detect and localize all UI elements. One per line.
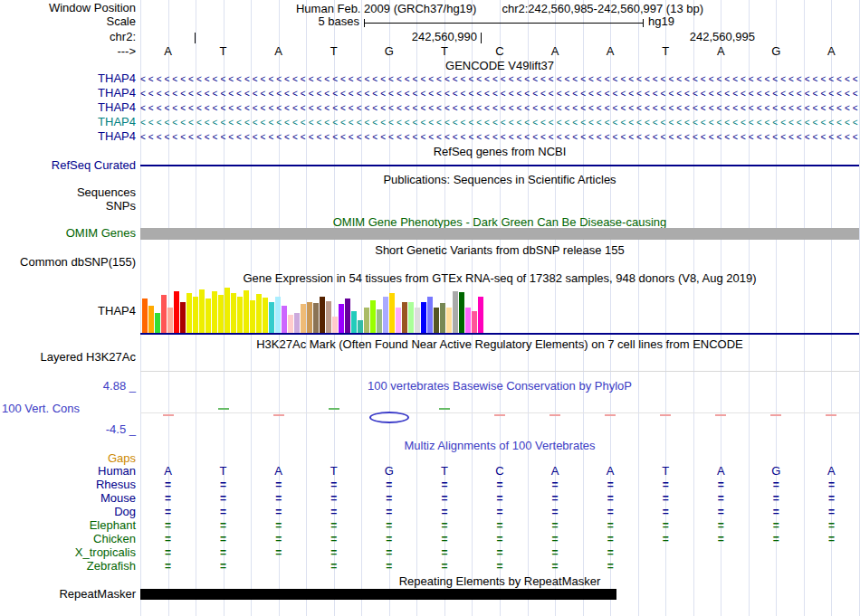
scale-bar bbox=[364, 23, 643, 24]
alignment-mark: = bbox=[804, 519, 859, 533]
track-label-zebrafish[interactable]: Zebrafish bbox=[0, 560, 136, 573]
gene-arrow-row[interactable]: <<<<<<<<<<<<<<<<<<<<<<<<<<<<<<<<<<<<<<<<… bbox=[140, 116, 859, 130]
gtex-expression-bar[interactable] bbox=[225, 288, 230, 333]
gtex-expression-bar[interactable] bbox=[269, 302, 274, 333]
gtex-expression-bar[interactable] bbox=[193, 297, 198, 333]
track-label-refseq-curated[interactable]: RefSeq Curated bbox=[0, 159, 136, 172]
gtex-expression-bar[interactable] bbox=[282, 306, 287, 333]
gtex-expression-bar[interactable] bbox=[244, 290, 249, 333]
gtex-expression-bar[interactable] bbox=[465, 308, 471, 333]
track-label-chicken[interactable]: Chicken bbox=[0, 533, 136, 545]
gtex-expression-bar[interactable] bbox=[218, 295, 224, 333]
track-label-layered-h3k27ac[interactable]: Layered H3K27Ac bbox=[0, 351, 136, 364]
track-label-dog[interactable]: Dog bbox=[0, 506, 136, 518]
repeatmasker-element-bar[interactable] bbox=[140, 589, 616, 600]
alignment-mark: = bbox=[196, 533, 251, 546]
gtex-expression-bar[interactable] bbox=[472, 311, 477, 333]
refseq-gene-bar[interactable] bbox=[140, 165, 859, 166]
gtex-expression-bar[interactable] bbox=[383, 297, 388, 333]
gtex-expression-bar[interactable] bbox=[205, 299, 211, 333]
gtex-expression-bar[interactable] bbox=[427, 297, 433, 333]
track-title-multiz: Multiz Alignments of 100 Vertebrates bbox=[140, 440, 859, 452]
gtex-expression-bar[interactable] bbox=[364, 308, 369, 333]
gtex-expression-bar[interactable] bbox=[415, 308, 420, 333]
gtex-expression-bar[interactable] bbox=[396, 308, 401, 333]
gtex-expression-bar[interactable] bbox=[345, 299, 350, 333]
gtex-expression-bar[interactable] bbox=[313, 303, 319, 333]
gtex-expression-bar[interactable] bbox=[288, 315, 293, 333]
conservation-tick bbox=[549, 414, 560, 416]
gtex-expression-bar[interactable] bbox=[155, 313, 160, 333]
track-label-mouse[interactable]: Mouse bbox=[0, 492, 136, 505]
gene-arrow-row[interactable]: <<<<<<<<<<<<<<<<<<<<<<<<<<<<<<<<<<<<<<<<… bbox=[140, 101, 859, 116]
alignment-mark: = bbox=[749, 479, 804, 492]
gtex-expression-bar[interactable] bbox=[326, 301, 331, 333]
gtex-expression-bar[interactable] bbox=[459, 292, 464, 333]
gtex-expression-bar[interactable] bbox=[256, 294, 262, 333]
track-label-thap4-5[interactable]: THAP4 bbox=[0, 130, 136, 143]
gtex-expression-bar[interactable] bbox=[263, 298, 268, 333]
gtex-expression-bar[interactable] bbox=[320, 297, 325, 333]
track-label-common-dbsnp[interactable]: Common dbSNP(155) bbox=[0, 256, 136, 269]
gtex-expression-bar[interactable] bbox=[161, 295, 167, 333]
gtex-expression-bar[interactable] bbox=[275, 297, 281, 333]
gtex-expression-bar[interactable] bbox=[180, 302, 186, 333]
gtex-expression-bar[interactable] bbox=[294, 313, 300, 333]
track-title-gtex: Gene Expression in 54 tissues from GTEx … bbox=[140, 272, 859, 285]
gtex-expression-bar[interactable] bbox=[339, 304, 344, 333]
track-label-gaps[interactable]: Gaps bbox=[0, 452, 136, 465]
gtex-expression-bar[interactable] bbox=[142, 299, 148, 333]
track-label-elephant[interactable]: Elephant bbox=[0, 519, 136, 532]
gtex-expression-bar[interactable] bbox=[389, 293, 395, 333]
track-title-publications: Publications: Sequences in Scientific Ar… bbox=[140, 174, 859, 186]
track-label-rhesus[interactable]: Rhesus bbox=[0, 479, 136, 491]
track-label-vert-cons[interactable]: 100 Vert. Cons bbox=[0, 403, 138, 415]
track-label-snps[interactable]: SNPs bbox=[0, 200, 136, 213]
track-label-thap4-1[interactable]: THAP4 bbox=[0, 72, 136, 85]
gtex-expression-bar[interactable] bbox=[148, 306, 154, 333]
alignment-mark: = bbox=[693, 519, 749, 533]
gtex-expression-bar[interactable] bbox=[478, 297, 483, 333]
gtex-expression-bar[interactable] bbox=[186, 293, 192, 333]
omim-gene-bar[interactable] bbox=[140, 228, 859, 240]
track-label-x_tropicalis[interactable]: X_tropicalis bbox=[0, 546, 136, 559]
alignment-mark: = bbox=[416, 546, 472, 560]
gene-arrow-row[interactable]: <<<<<<<<<<<<<<<<<<<<<<<<<<<<<<<<<<<<<<<<… bbox=[140, 87, 859, 101]
track-label-thap4-2[interactable]: THAP4 bbox=[0, 87, 136, 100]
gtex-expression-bar[interactable] bbox=[351, 311, 357, 333]
gtex-expression-bar[interactable] bbox=[358, 320, 363, 333]
gtex-expression-bar[interactable] bbox=[421, 302, 426, 333]
gtex-expression-bar[interactable] bbox=[174, 291, 179, 333]
gtex-expression-bar[interactable] bbox=[167, 308, 173, 333]
gtex-expression-bar[interactable] bbox=[402, 302, 407, 333]
gtex-expression-bar[interactable] bbox=[332, 317, 338, 333]
track-label-sequences[interactable]: Sequences bbox=[0, 186, 136, 199]
gtex-expression-bar[interactable] bbox=[231, 293, 236, 333]
track-label-gtex-thap4[interactable]: THAP4 bbox=[0, 305, 136, 317]
gene-arrow-row[interactable]: <<<<<<<<<<<<<<<<<<<<<<<<<<<<<<<<<<<<<<<<… bbox=[140, 72, 859, 87]
track-label-human[interactable]: Human bbox=[0, 465, 136, 478]
gtex-expression-barchart[interactable] bbox=[142, 286, 483, 333]
gtex-expression-bar[interactable] bbox=[453, 291, 458, 333]
gtex-expression-bar[interactable] bbox=[377, 309, 382, 333]
gtex-expression-bar[interactable] bbox=[370, 300, 376, 333]
track-label-thap4-4[interactable]: THAP4 bbox=[0, 116, 136, 128]
gtex-expression-bar[interactable] bbox=[301, 304, 306, 333]
track-label-thap4-3[interactable]: THAP4 bbox=[0, 101, 136, 114]
gtex-expression-bar[interactable] bbox=[237, 297, 243, 333]
track-label-omim-genes[interactable]: OMIM Genes bbox=[0, 227, 136, 240]
gtex-expression-bar[interactable] bbox=[408, 302, 414, 333]
alignment-mark: = bbox=[196, 519, 251, 533]
alignment-mark: = bbox=[749, 519, 804, 533]
alignment-mark: = bbox=[251, 533, 306, 546]
gtex-expression-bar[interactable] bbox=[250, 300, 255, 333]
alignment-mark: = bbox=[306, 492, 361, 506]
gene-arrow-row[interactable]: <<<<<<<<<<<<<<<<<<<<<<<<<<<<<<<<<<<<<<<<… bbox=[140, 130, 859, 145]
gtex-expression-bar[interactable] bbox=[307, 302, 312, 333]
gtex-expression-bar[interactable] bbox=[434, 308, 439, 333]
gtex-expression-bar[interactable] bbox=[212, 291, 217, 333]
track-label-repeatmasker[interactable]: RepeatMasker bbox=[0, 588, 136, 601]
gtex-expression-bar[interactable] bbox=[199, 289, 205, 333]
gtex-expression-bar[interactable] bbox=[440, 303, 445, 333]
gtex-expression-bar[interactable] bbox=[446, 308, 452, 333]
